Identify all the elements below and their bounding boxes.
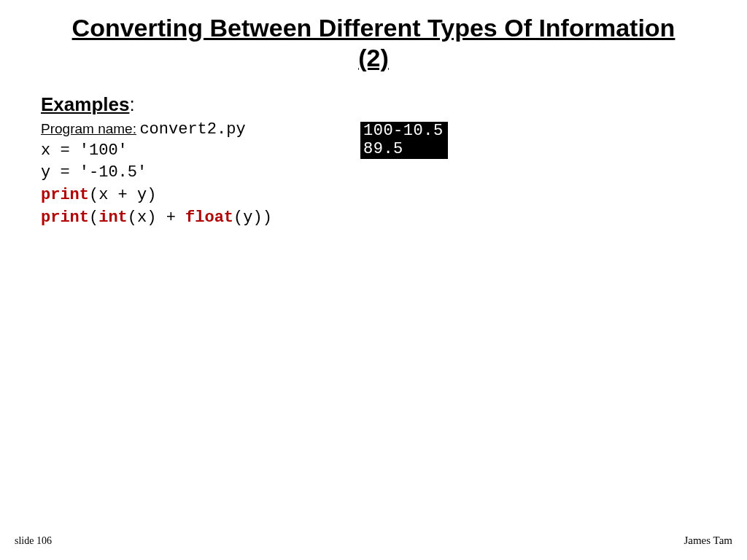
examples-colon: : — [129, 93, 134, 115]
keyword-print-1: print — [41, 186, 89, 204]
program-name-line: Program name: convert2.py — [41, 120, 333, 139]
code-line-4: print(int(x) + float(y)) — [41, 209, 272, 227]
slide-container: Converting Between Different Types Of In… — [0, 0, 747, 560]
code-line-2: y = '-10.5' — [41, 163, 147, 182]
code-l4-end: (y)) — [233, 209, 272, 227]
console-row-1: 100-10.5 — [363, 122, 444, 140]
program-label: Program name: — [41, 121, 136, 136]
code-column: Program name: convert2.py x = '100' y = … — [41, 120, 333, 230]
examples-label: Examples — [41, 93, 129, 115]
code-l4-mid: (x) + — [128, 209, 185, 227]
keyword-float: float — [185, 209, 233, 227]
examples-heading: Examples: — [41, 93, 747, 116]
content-row: Program name: convert2.py x = '100' y = … — [0, 120, 747, 230]
keyword-print-2: print — [41, 209, 89, 227]
code-line-3: print(x + y) — [41, 186, 156, 204]
console-row-2: 89.5 — [363, 140, 444, 158]
slide-number: slide 106 — [15, 535, 52, 547]
code-l3-rest: (x + y) — [89, 186, 156, 204]
code-line-1: x = '100' — [41, 141, 128, 160]
program-filename: convert2.py — [139, 120, 245, 139]
title-line-1: Converting Between Different Types Of In… — [72, 14, 676, 42]
keyword-int: int — [98, 209, 128, 227]
console-output: 100-10.5 89.5 — [360, 122, 448, 160]
slide-title: Converting Between Different Types Of In… — [0, 0, 747, 73]
author-name: James Tam — [684, 534, 732, 547]
code-l4-open: ( — [89, 209, 98, 227]
code-block: x = '100' y = '-10.5' print(x + y) print… — [41, 140, 333, 230]
title-line-2: (2) — [358, 44, 389, 71]
